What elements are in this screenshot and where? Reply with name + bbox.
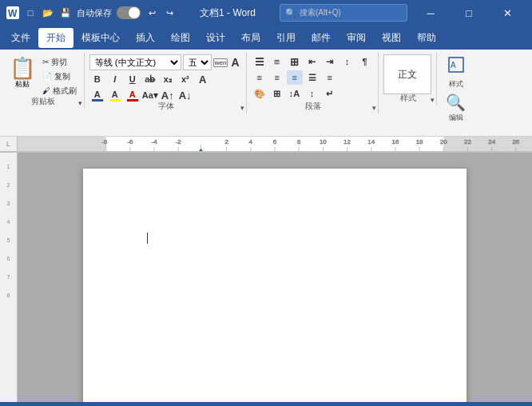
edit-section: A 样式 🔍 编辑 [439,53,474,136]
svg-text:4: 4 [249,138,253,145]
para-expand-icon[interactable]: ▾ [372,104,376,112]
menu-view[interactable]: 视图 [374,28,409,48]
paste-icon: 📋 [10,58,35,78]
document-page[interactable] [83,169,466,402]
paste-button[interactable]: 📋 粘贴 [6,54,38,98]
window-title: 文档1 - Word [176,6,280,20]
find-label: 编辑 [449,113,463,123]
text-cursor [147,233,148,244]
svg-text:-6: -6 [127,138,133,145]
unordered-list-btn[interactable]: ☰ [252,54,268,69]
close-btn[interactable]: ✕ [489,0,526,26]
word-icon[interactable]: W [6,6,19,19]
clear-format-button[interactable]: A [195,72,211,86]
align-right-btn[interactable]: ≡ [287,70,303,85]
border-btn[interactable]: ⊞ [269,86,285,101]
font-expand-icon[interactable]: ▾ [240,104,244,112]
svg-text:22: 22 [464,138,471,145]
search-icon: 🔍 [285,8,296,18]
sort-btn[interactable]: ↕ [339,54,355,69]
svg-text:A: A [451,61,456,70]
cut-button[interactable]: ✂ 剪切 [40,56,79,69]
search-box[interactable]: 🔍 搜索(Alt+Q) [280,4,407,22]
menu-bar: 文件 开始 模板中心 插入 绘图 设计 布局 引用 邮件 审阅 视图 帮助 [0,26,532,50]
minimize-btn[interactable]: ─ [412,0,449,26]
enter-btn[interactable]: ↵ [322,86,338,101]
menu-template[interactable]: 模板中心 [73,28,128,48]
menu-review[interactable]: 审阅 [339,28,374,48]
align-left-btn[interactable]: ≡ [252,70,268,85]
clipboard-expand-icon[interactable]: ▾ [78,99,82,107]
copy-button[interactable]: 📄 复制 [40,70,79,83]
justify-btn[interactable]: ☰ [304,70,320,85]
redo-btn[interactable]: ↪ [163,6,176,19]
new-doc-icon[interactable]: □ [24,6,37,19]
open-icon[interactable]: 📂 [42,6,54,19]
auto-save-label: 自动保存 [77,7,112,19]
subscript-button[interactable]: x₂ [160,72,176,86]
font-shrink-btn[interactable]: A↓ [177,89,193,102]
underline-button[interactable]: U [125,72,141,86]
find-icon: 🔍 [446,93,466,112]
font-grow-btn[interactable]: A↑ [160,89,176,102]
menu-mailings[interactable]: 邮件 [304,28,339,48]
strikethrough-button[interactable]: ab̶ [142,72,158,86]
show-marks-btn[interactable]: ¶ [357,54,373,69]
editor-area: 1 2 3 4 5 6 7 8 [0,153,532,402]
superscript-button[interactable]: x² [177,72,193,86]
styles-gallery[interactable]: 正文 [383,54,431,94]
search-placeholder: 搜索(Alt+Q) [300,7,341,18]
paste-label: 粘贴 [15,79,30,90]
font-label: 字体 [86,101,246,112]
font-family-select[interactable]: 等线 (中文正文) [89,54,181,70]
para-row3: 🎨 ⊞ ↕A ↕ ↵ [252,86,373,101]
italic-button[interactable]: I [107,72,123,86]
sort-az-btn[interactable]: ↕ [304,86,320,101]
auto-save-toggle[interactable] [117,6,141,19]
align-center-btn[interactable]: ≡ [269,70,285,85]
document-canvas[interactable] [18,153,532,402]
decrease-indent-btn[interactable]: ⇤ [304,54,320,69]
multilevel-list-btn[interactable]: ⊞ [287,54,303,69]
styles-label: 样式 [380,93,436,104]
menu-insert[interactable]: 插入 [128,28,163,48]
styles-pane-btn[interactable]: A 样式 [444,54,468,91]
undo-btn[interactable]: ↩ [145,6,158,19]
bold-button[interactable]: B [89,72,105,86]
increase-indent-btn[interactable]: ⇥ [322,54,338,69]
svg-text:8: 8 [297,138,301,145]
menu-home[interactable]: 开始 [38,28,73,48]
menu-draw[interactable]: 绘图 [163,28,198,48]
save-icon[interactable]: 💾 [59,6,72,19]
svg-text:26: 26 [512,138,519,145]
menu-references[interactable]: 引用 [268,28,304,48]
menu-design[interactable]: 设计 [198,28,233,48]
paragraph-section: ☰ ≡ ⊞ ⇤ ⇥ ↕ ¶ ≡ ≡ ≡ ☰ ≡ 🎨 ⊞ ↕A ↕ ↵ 段落 ▾ [248,53,379,113]
shading-btn[interactable]: 🎨 [252,86,268,101]
para-label: 段落 [248,101,378,112]
styles-expand-icon[interactable]: ▾ [431,96,435,104]
window-controls: ─ □ ✕ [412,0,526,26]
vertical-ruler: 1 2 3 4 5 6 7 8 [0,153,18,402]
menu-help[interactable]: 帮助 [409,28,444,48]
para-row1: ☰ ≡ ⊞ ⇤ ⇥ ↕ ¶ [252,54,373,69]
clipboard-section: 📋 粘贴 ✂ 剪切 📄 复制 🖌 格式刷 剪贴板 ▾ [3,53,85,109]
text-effects-btn[interactable]: A [229,55,240,70]
clipboard-sub: ✂ 剪切 📄 复制 🖌 格式刷 [40,54,79,98]
find-btn[interactable]: 🔍 编辑 [443,91,469,125]
ordered-list-btn[interactable]: ≡ [269,54,285,69]
justify-distributed-btn[interactable]: ≡ [322,70,338,85]
styles-pane-icon: A [447,56,465,78]
menu-file[interactable]: 文件 [3,28,38,48]
svg-text:12: 12 [343,138,351,145]
maximize-btn[interactable]: □ [451,0,487,26]
menu-layout[interactable]: 布局 [233,28,268,48]
line-spacing-btn[interactable]: ↕A [287,86,303,101]
svg-text:-4: -4 [151,138,157,145]
font-size-select[interactable]: 五号 [183,54,212,70]
svg-text:14: 14 [367,138,375,145]
clipboard-label: 剪贴板 [3,96,84,107]
para-row2: ≡ ≡ ≡ ☰ ≡ [252,70,373,85]
styles-section: 正文 样式 ▾ [380,53,437,105]
ruler-corner[interactable]: L [0,137,18,152]
